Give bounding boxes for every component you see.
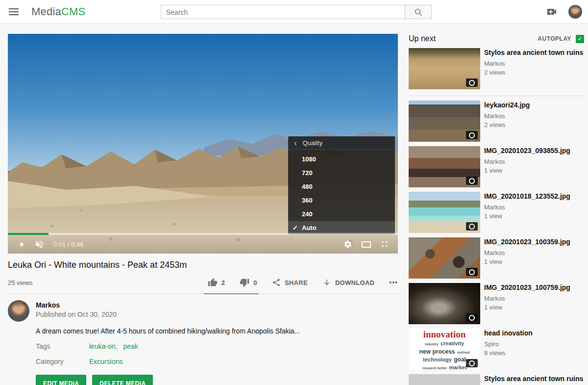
item-title[interactable]: Stylos area ancient town ruins (484, 375, 583, 384)
up-next-list: Stylos area ancient town ruins Markos 2 … (409, 48, 584, 385)
item-title[interactable]: head inovation (484, 329, 533, 338)
like-button[interactable]: 2 (208, 278, 225, 287)
camera-icon (466, 78, 478, 87)
item-title[interactable]: IMG_20201018_123552.jpg (484, 192, 570, 201)
item-views: 2 views (484, 121, 530, 128)
page-content: ‹ Quality 1080 720 480 360 240 ✓ Auto (0, 24, 588, 385)
up-next-item[interactable]: innovation industry creativity new proce… (409, 329, 584, 370)
fullscreen-button[interactable] (380, 240, 389, 249)
header-actions (546, 0, 582, 24)
quality-options: 1080 720 480 360 240 ✓ Auto (288, 150, 395, 234)
search-input[interactable] (161, 5, 405, 19)
cloud-word: goal (454, 356, 466, 363)
up-next-header: Up next AUTOPLAY ✓ (409, 34, 584, 44)
item-title[interactable]: IMG_20201023_093855.jpg (484, 147, 570, 155)
quality-option-480[interactable]: 480 (288, 180, 395, 194)
up-next-item[interactable]: IMG_20201023_093855.jpg Markos 1 view (409, 146, 584, 187)
settings-button[interactable] (343, 240, 352, 249)
delete-media-button[interactable]: DELETE MEDIA (92, 375, 153, 385)
volume-muted-icon (34, 239, 44, 249)
tag-leuka-ori[interactable]: leuka-ori, (89, 342, 118, 350)
play-button[interactable] (18, 240, 26, 249)
item-title[interactable]: IMG_20201023_100359.jpg (484, 238, 570, 247)
up-next-item[interactable]: IMG_20201023_100759.jpg Markos 1 view (409, 283, 584, 324)
thumbnail[interactable] (409, 374, 480, 385)
fullscreen-icon (380, 240, 389, 249)
up-next-item[interactable]: leykaori24.jpg Markos 2 views (409, 101, 584, 142)
item-title[interactable]: leykaori24.jpg (484, 101, 530, 110)
media-actions: 2 0 SHARE DOWNLOAD ••• (208, 278, 398, 287)
item-author: Spiro (484, 340, 533, 348)
like-ratio-bar (204, 293, 259, 294)
user-avatar[interactable] (568, 5, 582, 19)
up-next-item[interactable]: Stylos area ancient town ruins (409, 374, 584, 385)
item-title[interactable]: Stylos area ancient town ruins (484, 49, 583, 57)
logo[interactable]: MediaCMS (31, 5, 85, 18)
download-button[interactable]: DOWNLOAD (322, 278, 374, 287)
edit-media-button[interactable]: EDIT MEDIA (36, 375, 86, 385)
page-title: Leuka Ori - White mountains - Peak at 24… (8, 260, 398, 270)
thumbnail[interactable] (409, 101, 480, 142)
thumbnail[interactable] (409, 48, 480, 89)
up-next-item[interactable]: IMG_20201018_123552.jpg Markos 1 view (409, 192, 584, 233)
item-author: Markos (484, 112, 530, 120)
upload-media-icon[interactable] (546, 6, 558, 18)
up-next-item[interactable]: Stylos area ancient town ruins Markos 2 … (409, 48, 584, 89)
back-chevron-icon: ‹ (294, 139, 297, 147)
camera-icon (466, 359, 478, 367)
autoplay-label: AUTOPLAY (538, 35, 571, 42)
category-link[interactable]: Excursions (89, 358, 122, 365)
cloud-word: creativity (441, 340, 464, 346)
tags-label: Tags (36, 342, 89, 350)
volume-muted-button[interactable] (34, 239, 44, 249)
thumb-down-icon (240, 278, 249, 287)
meta-row: 25 views 2 0 SHARE (8, 275, 398, 290)
divider (409, 96, 584, 96)
search-icon (414, 8, 423, 17)
check-icon: ✓ (293, 221, 298, 234)
item-title[interactable]: IMG_20201023_100759.jpg (484, 283, 570, 292)
tags-row: Tags leuka-ori, peak (36, 342, 398, 350)
quality-menu: ‹ Quality 1080 720 480 360 240 ✓ Auto (288, 136, 395, 234)
thumbnail[interactable] (409, 192, 480, 233)
cloud-word: new process (419, 348, 455, 355)
more-options-icon[interactable]: ••• (389, 279, 398, 286)
cloud-word: innovation (409, 330, 480, 339)
camera-icon (466, 313, 478, 322)
quality-option-auto[interactable]: ✓ Auto (288, 221, 395, 234)
search-button[interactable] (405, 5, 432, 19)
owner-actions: EDIT MEDIA DELETE MEDIA (36, 375, 398, 385)
menu-icon[interactable] (9, 7, 22, 17)
settings-gear-icon (343, 240, 352, 249)
quality-option-720[interactable]: 720 (288, 166, 395, 180)
item-views: 1 view (484, 167, 570, 174)
dislike-button[interactable]: 0 (240, 278, 257, 287)
media-description: A dream comes true! After 4-5 hours of c… (36, 327, 398, 335)
tag-peak[interactable]: peak (123, 342, 138, 350)
quality-menu-header[interactable]: ‹ Quality (288, 136, 395, 150)
item-views: 2 views (484, 69, 583, 76)
thumbnail[interactable] (409, 146, 480, 187)
thumbnail[interactable] (409, 237, 480, 279)
author-avatar[interactable] (8, 300, 29, 322)
author-name[interactable]: Markos (36, 301, 117, 309)
theater-mode-button[interactable] (362, 241, 371, 248)
quality-option-360[interactable]: 360 (288, 194, 395, 207)
video-player[interactable]: ‹ Quality 1080 720 480 360 240 ✓ Auto (8, 34, 398, 254)
play-icon (18, 240, 26, 249)
player-controls: 0:01 / 0:46 (8, 233, 398, 254)
autoplay-checkbox[interactable]: ✓ (576, 35, 584, 43)
like-count: 2 (221, 279, 225, 286)
up-next-item[interactable]: IMG_20201023_100359.jpg Markos 1 view (409, 237, 584, 279)
thumbnail[interactable]: innovation industry creativity new proce… (409, 329, 480, 370)
share-icon (272, 278, 281, 287)
search-bar (161, 5, 432, 19)
cloud-word: research better (422, 366, 447, 370)
quality-option-1080[interactable]: 1080 (288, 153, 395, 166)
divider (8, 294, 398, 294)
logo-text-media: Media (31, 5, 61, 18)
share-label: SHARE (285, 279, 308, 286)
share-button[interactable]: SHARE (272, 278, 308, 287)
thumbnail[interactable] (409, 283, 480, 324)
quality-option-240[interactable]: 240 (288, 207, 395, 221)
